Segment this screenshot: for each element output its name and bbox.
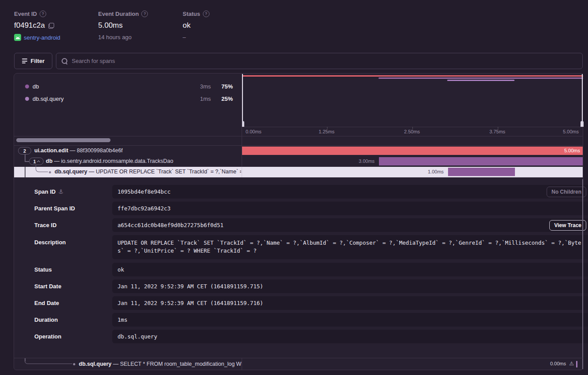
event-id-block: Event ID ? f0491c2a sentry-android bbox=[14, 11, 60, 41]
minimap-left-handle[interactable] bbox=[242, 74, 243, 122]
tree-horizontal-scrollbar[interactable] bbox=[16, 138, 110, 142]
span-row-db-sql-query-sibling[interactable]: db.sql.query — SELECT * FROM room_table_… bbox=[14, 358, 583, 370]
span-desc: — 88f300998a0b4e6f bbox=[70, 147, 123, 154]
start-date-field[interactable]: Jan 11, 2022 9:52:39 AM CET (1641891159.… bbox=[112, 279, 588, 293]
axis-tick-2: 2.50ms bbox=[404, 129, 420, 134]
status-field-value: ok bbox=[118, 266, 124, 273]
span-desc: — SELECT * FROM room_table_modification_… bbox=[113, 361, 242, 367]
search-input[interactable] bbox=[72, 58, 577, 64]
view-trace-button[interactable]: View Trace bbox=[549, 220, 586, 231]
description-value: UPDATE OR REPLACE `Track` SET `TrackId` … bbox=[118, 239, 584, 255]
duration-field-label: Duration bbox=[34, 316, 58, 323]
event-age: 14 hours ago bbox=[98, 34, 132, 40]
start-date-value: Jan 11, 2022 9:52:39 AM CET (1641891159.… bbox=[118, 283, 263, 290]
span-bar-purple[interactable] bbox=[448, 168, 515, 176]
span-bar-duration: 1.00ms bbox=[428, 169, 444, 174]
help-icon[interactable]: ? bbox=[141, 11, 148, 17]
status-subtext: – bbox=[183, 34, 186, 40]
span-search[interactable] bbox=[56, 53, 583, 69]
legend-op-duration: 1ms bbox=[200, 96, 211, 102]
span-row-ui-action-edit[interactable]: 2 ui.action.edit — 88f300998a0b4e6f 5.00… bbox=[14, 146, 583, 156]
span-desc: — UPDATE OR REPLACE `Track` SET `TrackId… bbox=[89, 169, 241, 175]
span-bar-duration: 3.00ms bbox=[359, 158, 375, 164]
event-duration-block: Event Duration ? 5.00ms 14 hours ago bbox=[98, 11, 148, 40]
status-block: Status ? ok – bbox=[183, 11, 209, 40]
duration-field[interactable]: 1ms bbox=[112, 313, 588, 327]
minimap-right-grip[interactable] bbox=[581, 121, 584, 127]
timeline-minimap[interactable] bbox=[242, 74, 584, 127]
legend-op-name: db.sql.query bbox=[33, 96, 64, 102]
project-link[interactable]: sentry-android bbox=[24, 34, 60, 41]
legend-item-db[interactable]: db 3ms 75% bbox=[14, 81, 242, 91]
description-field[interactable]: UPDATE OR REPLACE `Track` SET `TrackId` … bbox=[112, 235, 588, 259]
description-label: Description bbox=[34, 239, 66, 246]
operation-field-value: db.sql.query bbox=[118, 333, 157, 340]
axis-tick-4: 5.00ms bbox=[563, 129, 579, 134]
filter-icon bbox=[22, 59, 27, 63]
span-children-count-pill[interactable]: 2 bbox=[18, 147, 31, 154]
span-bar-purple[interactable] bbox=[379, 157, 583, 165]
op-color-dot bbox=[25, 85, 29, 88]
axis-tick-0: 0.00ms bbox=[246, 129, 261, 134]
minimap-span-line-red bbox=[242, 75, 583, 77]
parent-span-id-field[interactable]: ffe7dbc92a6942c3 bbox=[112, 202, 588, 215]
trace-id-field[interactable]: a654cc61dc0b48ef9d0b27275b6f0d51 View Tr… bbox=[112, 218, 588, 232]
start-date-label: Start Date bbox=[34, 283, 61, 290]
event-duration-label: Event Duration bbox=[98, 11, 139, 17]
tree-leaf-dot bbox=[49, 171, 51, 173]
end-date-label: End Date bbox=[34, 300, 59, 306]
end-date-field[interactable]: Jan 11, 2022 9:52:39 AM CET (1641891159.… bbox=[112, 296, 588, 310]
operation-field-label: Operation bbox=[34, 333, 61, 340]
span-detail-page: Event ID ? f0491c2a sentry-android Event… bbox=[0, 0, 588, 375]
help-icon[interactable]: ? bbox=[203, 11, 209, 17]
axis-tick-3: 3.75ms bbox=[489, 129, 505, 134]
span-bar-red[interactable] bbox=[242, 147, 583, 155]
operation-field[interactable]: db.sql.query bbox=[112, 330, 588, 343]
axis-tick-1: 1.25ms bbox=[319, 129, 334, 134]
span-op: db.sql.query bbox=[79, 361, 111, 367]
span-id-value: 1095bd4ef8e94bcc bbox=[118, 188, 170, 195]
parent-span-id-value: ffe7dbc92a6942c3 bbox=[118, 205, 170, 212]
span-bar-duration: 0.00ms bbox=[550, 361, 566, 366]
copy-icon[interactable] bbox=[48, 23, 54, 29]
event-id-value: f0491c2a bbox=[14, 21, 45, 30]
status-field[interactable]: ok bbox=[112, 263, 588, 276]
event-id-label: Event ID bbox=[14, 11, 37, 17]
children-count: 1 bbox=[33, 159, 36, 164]
legend-item-db-sql-query[interactable]: db.sql.query 1ms 25% bbox=[14, 94, 242, 103]
tree-leaf-dot bbox=[73, 363, 75, 365]
details-vertical-scrollbar[interactable] bbox=[582, 179, 583, 369]
trace-id-label: Trace ID bbox=[34, 222, 57, 228]
span-id-field[interactable]: 1095bd4ef8e94bcc No Children bbox=[112, 185, 588, 199]
span-row-db-sql-query-selected[interactable]: db.sql.query — UPDATE OR REPLACE `Track`… bbox=[14, 167, 583, 177]
children-count: 2 bbox=[23, 148, 26, 154]
event-duration-value: 5.00ms bbox=[98, 21, 123, 30]
span-children-count-pill[interactable]: 1 bbox=[29, 158, 44, 165]
anchor-icon[interactable]: ⚓ bbox=[58, 188, 63, 195]
legend-op-name: db bbox=[33, 83, 39, 90]
duration-field-value: 1ms bbox=[118, 316, 128, 323]
legend-op-percent: 25% bbox=[221, 96, 233, 102]
android-icon bbox=[14, 34, 21, 41]
filter-button[interactable]: Filter bbox=[14, 53, 52, 69]
minimap-right-handle[interactable] bbox=[582, 74, 583, 122]
span-row-db[interactable]: 1 db — io.sentry.android.roomsample.data… bbox=[14, 156, 583, 167]
status-label: Status bbox=[183, 11, 200, 17]
help-icon[interactable]: ? bbox=[40, 11, 46, 17]
filter-button-label: Filter bbox=[31, 58, 45, 64]
minimap-span-line-purple-light bbox=[447, 80, 514, 81]
end-date-value: Jan 11, 2022 9:52:39 AM CET (1641891159.… bbox=[118, 300, 263, 306]
search-icon bbox=[62, 58, 68, 64]
legend-op-duration: 3ms bbox=[200, 83, 211, 90]
span-op: db bbox=[46, 158, 52, 164]
legend-op-percent: 75% bbox=[221, 83, 233, 90]
span-id-label: Span ID bbox=[34, 188, 55, 195]
trace-waterfall-panel: db 3ms 75% db.sql.query 1ms 25% 0.00ms 1… bbox=[14, 73, 583, 370]
trace-id-value: a654cc61dc0b48ef9d0b27275b6f0d51 bbox=[118, 222, 224, 228]
no-children-badge: No Children bbox=[547, 187, 586, 197]
chevron-up-icon bbox=[37, 160, 40, 163]
op-color-dot bbox=[25, 97, 29, 101]
span-bar-duration: 5.00ms bbox=[564, 148, 580, 153]
zero-duration-span-tick bbox=[576, 361, 577, 368]
parent-span-id-label: Parent Span ID bbox=[34, 205, 75, 212]
